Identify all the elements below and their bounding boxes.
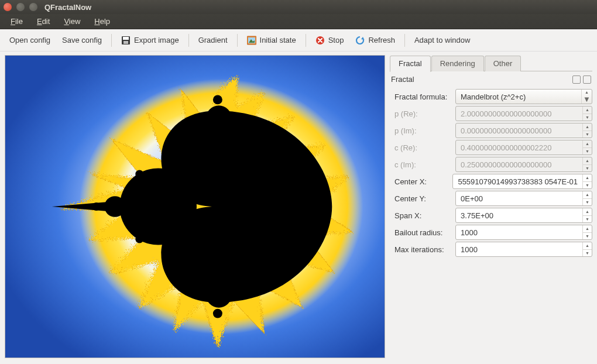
section-header: Fractal [390,71,592,86]
svg-point-14 [206,282,232,308]
center-x-label: Center X: [390,177,447,186]
toolbar-separator [188,34,189,47]
svg-point-21 [135,170,143,178]
c-im-input: 0.25000000000000000000 ▲▼ [455,157,592,172]
adapt-to-window-button[interactable]: Adapt to window [409,32,476,48]
svg-point-15 [254,126,268,140]
toolbar-separator [237,34,238,47]
gradient-button[interactable]: Gradient [193,32,234,48]
spin-up[interactable]: ▲ [583,225,592,233]
p-re-label: p (Re): [390,109,450,118]
stop-button[interactable]: Stop [310,32,350,49]
fractal-canvas[interactable] [5,55,385,358]
fractal-form: Fractal formula: Mandelbrot (z^2+c) ▲▼ p… [390,86,592,259]
save-config-button[interactable]: Save config [56,32,108,48]
spin-down[interactable]: ▼ [583,216,592,223]
center-x-input[interactable]: 55591079014993738383 0547E-01 ▲▼ [452,174,592,189]
initial-state-button[interactable]: Initial state [241,32,302,49]
c-re-input: 0.40000000000000002220 ▲▼ [455,140,592,155]
spin-down[interactable]: ▼ [583,182,592,189]
svg-point-25 [92,202,101,211]
center-y-input[interactable]: 0E+00 ▲▼ [455,191,592,206]
svg-point-18 [293,252,303,263]
center-y-label: Center Y: [390,194,450,203]
spin-down[interactable]: ▼ [583,233,592,240]
spin-up[interactable]: ▲ [583,208,592,216]
section-title: Fractal [391,75,414,84]
menubar: File Edit View Help [0,14,597,29]
toolbar-separator [306,34,306,47]
open-config-button[interactable]: Open config [4,32,56,48]
p-im-label: p (Im): [390,126,450,135]
panel-tabs: Fractal Rendering Other [390,55,592,71]
window-minimize-button[interactable] [16,3,25,11]
p-im-input: 0.00000000000000000000 ▲▼ [455,123,592,138]
image-icon [247,36,256,45]
svg-rect-2 [123,41,128,44]
titlebar: QFractalNow [0,0,597,14]
maxiter-input[interactable]: 1000 ▲▼ [455,242,592,257]
svg-point-17 [293,150,303,161]
refresh-icon [355,36,365,45]
svg-point-22 [135,235,143,243]
side-panel: Fractal Rendering Other Fractal Fractal … [390,55,592,358]
chevron-updown-icon: ▲▼ [581,90,592,104]
toolbar: Open config Save config Export image Gra… [0,29,597,51]
bailout-label: Bailout radius: [390,228,450,237]
spin-up[interactable]: ▲ [583,191,592,199]
mandelbrot-render [5,56,385,358]
tab-fractal[interactable]: Fractal [390,56,431,72]
menu-edit[interactable]: Edit [31,15,56,28]
svg-point-13 [206,105,232,131]
span-x-label: Span X: [390,211,450,220]
svg-point-10 [119,169,197,245]
spin-up[interactable]: ▲ [583,174,592,182]
toolbar-separator [404,34,405,47]
c-re-label: c (Re): [390,143,450,152]
menu-view[interactable]: View [58,15,86,28]
span-x-input[interactable]: 3.75E+00 ▲▼ [455,208,592,223]
content-area: Fractal Rendering Other Fractal Fractal … [0,51,597,364]
c-im-label: c (Im): [390,160,450,169]
maxiter-label: Max iterations: [390,245,450,254]
svg-point-19 [169,162,180,173]
dock-detach-button[interactable] [572,75,581,84]
svg-marker-7 [361,37,365,40]
save-icon [121,36,131,45]
stop-icon [315,36,325,45]
export-image-button[interactable]: Export image [115,32,185,49]
tab-rendering[interactable]: Rendering [431,56,484,71]
window-title: QFractalNow [44,3,91,12]
p-re-input: 2.00000000000000000000 ▲▼ [455,106,592,121]
tab-other[interactable]: Other [485,56,521,71]
spin-down[interactable]: ▼ [583,250,592,257]
svg-point-16 [254,273,268,287]
window-maximize-button[interactable] [29,3,37,11]
toolbar-separator [111,34,112,47]
svg-point-20 [169,241,180,252]
refresh-button[interactable]: Refresh [349,32,401,49]
formula-label: Fractal formula: [390,92,450,101]
menu-file[interactable]: File [5,15,29,28]
formula-select[interactable]: Mandelbrot (z^2+c) ▲▼ [455,89,592,104]
bailout-input[interactable]: 1000 ▲▼ [455,225,592,240]
dock-close-button[interactable] [583,75,591,84]
svg-point-23 [213,95,222,104]
menu-help[interactable]: Help [88,15,116,28]
spin-up[interactable]: ▲ [583,242,592,250]
spin-down[interactable]: ▼ [583,199,592,206]
window-close-button[interactable] [4,3,12,11]
svg-point-24 [213,309,222,318]
svg-rect-1 [123,37,129,40]
